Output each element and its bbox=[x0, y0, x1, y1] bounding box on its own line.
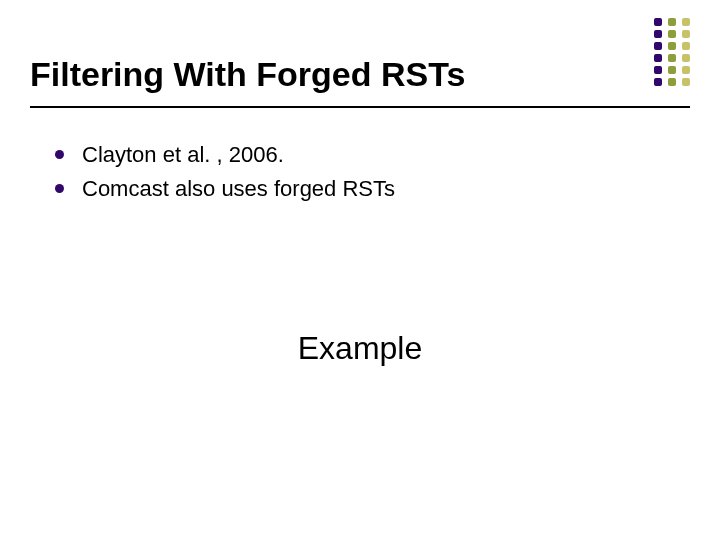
deco-dot bbox=[668, 66, 676, 74]
deco-column bbox=[682, 18, 690, 86]
deco-dot bbox=[668, 78, 676, 86]
deco-dot bbox=[654, 78, 662, 86]
deco-dot bbox=[682, 54, 690, 62]
bullet-item: Comcast also uses forged RSTs bbox=[55, 172, 690, 206]
deco-dot bbox=[654, 18, 662, 26]
slide: Filtering With Forged RSTs Clayton et al… bbox=[0, 0, 720, 540]
deco-dot bbox=[682, 18, 690, 26]
deco-dot bbox=[668, 18, 676, 26]
bullet-list: Clayton et al. , 2006.Comcast also uses … bbox=[55, 138, 690, 206]
bullet-text: Clayton et al. , 2006. bbox=[82, 138, 284, 172]
slide-title: Filtering With Forged RSTs bbox=[30, 55, 690, 102]
bullet-text: Comcast also uses forged RSTs bbox=[82, 172, 395, 206]
deco-dot bbox=[654, 54, 662, 62]
deco-dot bbox=[668, 30, 676, 38]
corner-decoration bbox=[654, 18, 690, 86]
body-area: Clayton et al. , 2006.Comcast also uses … bbox=[0, 108, 720, 206]
title-area: Filtering With Forged RSTs bbox=[0, 0, 720, 108]
deco-dot bbox=[654, 66, 662, 74]
deco-dot bbox=[682, 30, 690, 38]
deco-dot bbox=[682, 42, 690, 50]
deco-column bbox=[654, 18, 662, 86]
deco-dot bbox=[668, 42, 676, 50]
bullet-icon bbox=[55, 184, 64, 193]
deco-column bbox=[668, 18, 676, 86]
example-heading: Example bbox=[0, 330, 720, 367]
deco-dot bbox=[682, 66, 690, 74]
deco-dot bbox=[654, 42, 662, 50]
bullet-icon bbox=[55, 150, 64, 159]
deco-dot bbox=[654, 30, 662, 38]
deco-dot bbox=[682, 78, 690, 86]
deco-dot bbox=[668, 54, 676, 62]
bullet-item: Clayton et al. , 2006. bbox=[55, 138, 690, 172]
